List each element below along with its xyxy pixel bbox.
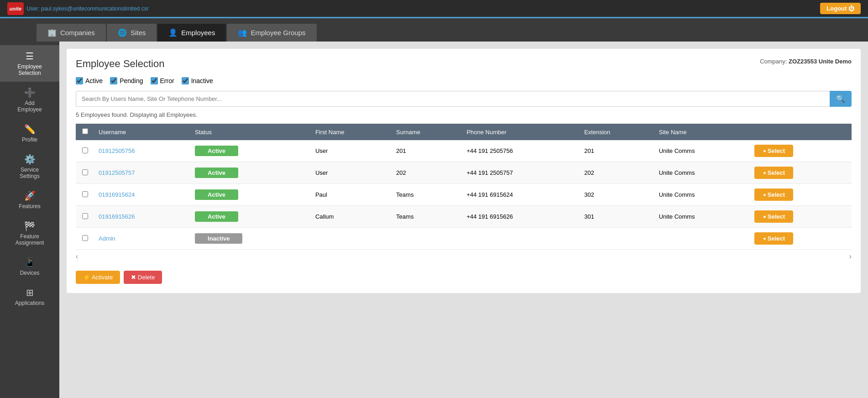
companies-icon: 🏢 — [47, 28, 57, 37]
sidebar-item-applications-label: Applications — [15, 300, 45, 306]
sidebar-item-applications[interactable]: ⊞ Applications — [0, 282, 59, 312]
row-site — [654, 228, 750, 250]
table-row: AdminInactiveSelect — [76, 228, 852, 250]
row-select-cell: Select — [750, 184, 852, 206]
profile-icon: ✏️ — [24, 124, 36, 135]
row-checkbox[interactable] — [82, 169, 88, 175]
row-surname: Teams — [392, 206, 462, 228]
sidebar-item-profile[interactable]: ✏️ Profile — [0, 118, 59, 148]
activate-button[interactable]: Activate — [76, 271, 120, 284]
sidebar-item-features-label: Features — [19, 203, 40, 209]
sidebar-item-service-settings-label: ServiceSettings — [20, 167, 39, 179]
col-site: Site Name — [654, 124, 750, 140]
tab-companies[interactable]: 🏢 Companies — [37, 24, 106, 42]
row-phone: +44 191 6915624 — [462, 184, 580, 206]
apps-icon: ⊞ — [26, 287, 34, 298]
device-icon: 📱 — [24, 257, 36, 268]
filter-error[interactable]: Error — [151, 77, 174, 84]
row-phone: +44 191 2505756 — [462, 140, 580, 162]
select-button[interactable]: Select — [754, 210, 793, 223]
row-checkbox[interactable] — [82, 147, 88, 153]
sidebar-item-feature-assignment-label: FeatureAssignment — [16, 233, 44, 246]
user-email: paul.sykes@unitecommunicationslimited.cs… — [41, 5, 149, 12]
row-select-cell: Select — [750, 140, 852, 162]
filter-inactive-checkbox[interactable] — [182, 77, 189, 84]
tab-sites-label: Sites — [131, 29, 146, 37]
row-firstname: User — [311, 140, 392, 162]
tab-sites[interactable]: 🌐 Sites — [107, 24, 157, 42]
select-button[interactable]: Select — [754, 145, 793, 157]
search-row: 🔍 — [76, 91, 852, 107]
filter-inactive[interactable]: Inactive — [182, 77, 213, 84]
username-link[interactable]: 01912505757 — [99, 169, 135, 176]
username-link[interactable]: 01916915624 — [99, 191, 135, 198]
row-select-cell: Select — [750, 162, 852, 184]
row-checkbox-cell — [76, 162, 94, 184]
employee-table: Username Status First Name Surname Phone… — [76, 124, 852, 250]
table-nav: ‹ › — [76, 250, 852, 263]
list-icon: ☰ — [26, 51, 34, 62]
search-button[interactable]: 🔍 — [830, 91, 852, 107]
company-label-text: Company: — [760, 58, 787, 65]
select-button[interactable]: Select — [754, 189, 793, 201]
filter-inactive-label: Inactive — [191, 77, 213, 84]
col-surname: Surname — [392, 124, 462, 140]
employees-icon: 👤 — [168, 28, 178, 37]
row-site: Unite Comms — [654, 206, 750, 228]
next-arrow[interactable]: › — [849, 252, 852, 261]
select-button[interactable]: Select — [754, 167, 793, 179]
filter-active-checkbox[interactable] — [76, 77, 83, 84]
row-firstname: Paul — [311, 184, 392, 206]
search-input[interactable] — [76, 91, 830, 107]
filter-pending-checkbox[interactable] — [110, 77, 117, 84]
row-checkbox[interactable] — [82, 213, 88, 219]
row-checkbox-cell — [76, 184, 94, 206]
sidebar-item-employee-selection[interactable]: ☰ EmployeeSelection — [0, 45, 59, 82]
filter-active[interactable]: Active — [76, 77, 103, 84]
rocket-icon: 🚀 — [24, 190, 36, 201]
row-status: Active — [190, 206, 311, 228]
table-row: 01912505757ActiveUser202+44 191 25057572… — [76, 162, 852, 184]
filter-error-checkbox[interactable] — [151, 77, 158, 84]
row-username: 01912505757 — [94, 162, 190, 184]
row-username: 01912505756 — [94, 140, 190, 162]
main-layout: ☰ EmployeeSelection ➕ AddEmployee ✏️ Pro… — [0, 42, 868, 398]
employee-groups-icon: 👥 — [238, 28, 247, 37]
delete-button[interactable]: Delete — [124, 271, 162, 284]
username-link[interactable]: 01912505756 — [99, 147, 135, 154]
status-badge: Active — [195, 146, 238, 156]
row-firstname: Callum — [311, 206, 392, 228]
logo-area: unite User: paul.sykes@unitecommunicatio… — [7, 2, 149, 15]
row-status: Inactive — [190, 228, 311, 250]
tab-employee-groups[interactable]: 👥 Employee Groups — [227, 24, 316, 42]
sidebar-item-devices[interactable]: 📱 Devices — [0, 251, 59, 282]
row-extension: 202 — [580, 162, 654, 184]
row-username: 01916915624 — [94, 184, 190, 206]
sidebar-item-feature-assignment[interactable]: 🏁 FeatureAssignment — [0, 215, 59, 251]
row-extension: 301 — [580, 206, 654, 228]
tab-employees[interactable]: 👤 Employees — [157, 24, 226, 42]
row-phone: +44 191 2505757 — [462, 162, 580, 184]
logout-button[interactable]: Logout ⏻ — [820, 3, 861, 14]
row-checkbox[interactable] — [82, 191, 88, 197]
select-button[interactable]: Select — [754, 232, 793, 245]
content-card: Employee Selection Company: ZOZ23553 Uni… — [67, 49, 861, 293]
filter-pending[interactable]: Pending — [110, 77, 143, 84]
results-info: 5 Employees found. Displaying all Employ… — [76, 111, 852, 118]
sidebar-item-features[interactable]: 🚀 Features — [0, 185, 59, 215]
row-site: Unite Comms — [654, 184, 750, 206]
prev-arrow[interactable]: ‹ — [76, 252, 78, 261]
username-link[interactable]: Admin — [99, 235, 115, 242]
row-username: 01916915626 — [94, 206, 190, 228]
top-bar: unite User: paul.sykes@unitecommunicatio… — [0, 0, 868, 18]
tab-companies-label: Companies — [60, 29, 95, 37]
sidebar-item-service-settings[interactable]: ⚙️ ServiceSettings — [0, 148, 59, 185]
company-label: Company: ZOZ23553 Unite Demo — [760, 58, 852, 65]
sidebar-item-add-employee[interactable]: ➕ AddEmployee — [0, 82, 59, 118]
row-checkbox[interactable] — [82, 235, 88, 241]
select-all-checkbox[interactable] — [82, 128, 88, 134]
row-extension: 302 — [580, 184, 654, 206]
row-phone — [462, 228, 580, 250]
row-phone: +44 191 6915626 — [462, 206, 580, 228]
username-link[interactable]: 01916915626 — [99, 213, 135, 220]
